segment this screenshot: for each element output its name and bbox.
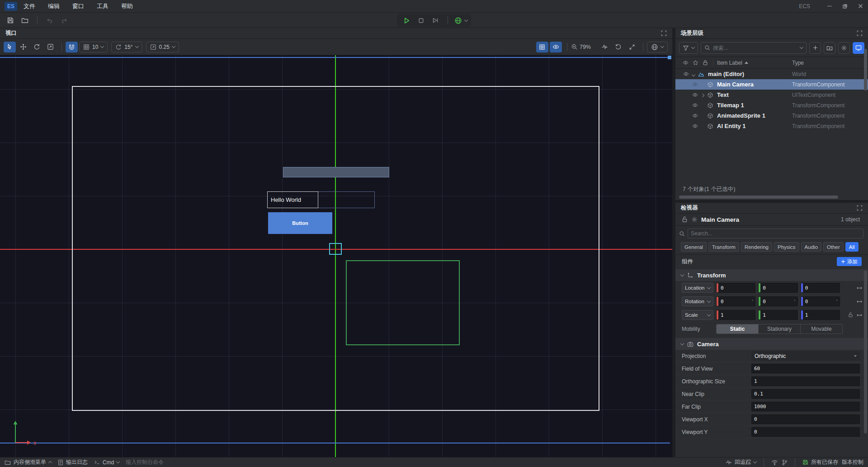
column-item-label[interactable]: Item Label <box>717 60 748 66</box>
maximize-button[interactable] <box>837 0 853 12</box>
redo-button[interactable] <box>58 15 70 26</box>
open-folder-button[interactable] <box>19 15 31 26</box>
console-command-input[interactable]: 输入控制台命令 <box>126 458 164 466</box>
tab-all[interactable]: All <box>845 242 859 252</box>
tab-transform[interactable]: Transform <box>708 242 739 252</box>
visibility-toggle-button[interactable] <box>550 42 562 52</box>
hierarchy-row-text[interactable]: Text UITextComponent <box>675 90 868 100</box>
hierarchy-row-world[interactable]: main (Editor) World <box>675 69 868 79</box>
text-widget[interactable]: Hello World <box>267 191 375 208</box>
hierarchy-expand-icon[interactable] <box>857 30 863 36</box>
scale-x-input[interactable] <box>718 312 755 318</box>
mobility-stationary-button[interactable]: Stationary <box>759 324 801 334</box>
scale-tool-button[interactable] <box>44 42 57 52</box>
snap-toggle-button[interactable] <box>66 42 78 52</box>
hierarchy-row-animatedsprite[interactable]: AnimatedSprite 1 TransformComponent <box>675 110 868 121</box>
collapse-icon[interactable] <box>692 73 695 76</box>
tab-other[interactable]: Other <box>823 242 844 252</box>
app-logo[interactable]: ES <box>5 2 17 11</box>
scale-y-input[interactable] <box>760 312 797 318</box>
menu-edit[interactable]: 编辑 <box>42 0 66 12</box>
visibility-column-icon[interactable] <box>683 60 689 66</box>
location-label-dropdown[interactable]: Location <box>682 283 713 293</box>
search-history-chevron-icon[interactable] <box>800 45 803 49</box>
link-axes-icon[interactable] <box>856 300 863 304</box>
content-drawer-button[interactable]: 内容侧滑菜单 <box>5 458 52 466</box>
camera-bounds-handle[interactable] <box>668 56 671 59</box>
save-button[interactable] <box>5 15 16 26</box>
menu-help[interactable]: 帮助 <box>115 0 139 12</box>
menu-file[interactable]: 文件 <box>17 0 42 12</box>
reset-view-button[interactable] <box>612 42 624 52</box>
grid-snap-dropdown[interactable]: 10 <box>79 42 108 52</box>
menu-window[interactable]: 窗口 <box>66 0 90 12</box>
zoom-icon[interactable] <box>571 43 578 50</box>
step-frame-button[interactable] <box>429 15 441 26</box>
source-control-branch-icon[interactable] <box>782 459 788 466</box>
visibility-icon[interactable] <box>691 81 699 87</box>
hierarchy-row-ai-entity[interactable]: AI Entity 1 TransformComponent <box>675 121 868 131</box>
save-status[interactable]: 所有已保存 <box>802 458 838 466</box>
mobility-static-button[interactable]: Static <box>717 324 759 334</box>
button-widget[interactable]: Button <box>268 212 332 234</box>
link-axes-icon[interactable] <box>856 313 863 317</box>
field-of-view-input[interactable] <box>752 366 859 372</box>
lock-column-icon[interactable] <box>703 60 708 66</box>
menu-tools[interactable]: 工具 <box>90 0 115 12</box>
viewport-expand-icon[interactable] <box>661 30 667 36</box>
scale-label-dropdown[interactable]: Scale <box>682 310 713 320</box>
gear-icon[interactable] <box>691 216 698 223</box>
grid-toggle-button[interactable] <box>536 42 548 52</box>
scale-snap-dropdown[interactable]: 0.25 <box>146 42 179 52</box>
add-component-button[interactable]: 添加 <box>837 257 862 266</box>
move-tool-button[interactable] <box>17 42 29 52</box>
trace-button[interactable]: 回追踪 <box>726 458 756 466</box>
rotation-z-input[interactable] <box>803 299 836 305</box>
undo-button[interactable] <box>44 15 56 26</box>
near-clip-input[interactable] <box>752 391 859 397</box>
visibility-icon[interactable] <box>691 113 699 119</box>
hierarchy-horizontal-scrollbar[interactable] <box>679 195 838 199</box>
launch-options-chevron-icon[interactable] <box>464 18 468 21</box>
selection-handle[interactable] <box>329 243 342 255</box>
filter-button[interactable] <box>679 42 698 54</box>
add-entity-button[interactable] <box>809 42 821 54</box>
transform-section-header[interactable]: Transform <box>675 269 868 281</box>
output-log-button[interactable]: 输出日志 <box>58 458 88 466</box>
hierarchy-row-main-camera[interactable]: Main Camera TransformComponent <box>675 79 868 90</box>
network-icon[interactable] <box>771 460 778 465</box>
stats-button[interactable] <box>599 42 611 52</box>
panel-splitter[interactable] <box>672 28 675 457</box>
tab-audio[interactable]: Audio <box>801 242 821 252</box>
hierarchy-row-tilemap[interactable]: Tilemap 1 TransformComponent <box>675 100 868 110</box>
inspector-expand-icon[interactable] <box>857 205 863 211</box>
hierarchy-search[interactable] <box>701 42 807 54</box>
cmd-selector[interactable]: Cmd <box>94 459 119 466</box>
far-clip-input[interactable] <box>752 404 859 410</box>
location-z-input[interactable] <box>803 285 840 291</box>
rotate-tool-button[interactable] <box>31 42 43 52</box>
rotation-x-input[interactable] <box>718 299 752 305</box>
favorite-column-icon[interactable] <box>693 60 698 66</box>
select-tool-button[interactable] <box>4 42 16 52</box>
minimize-button[interactable] <box>822 0 837 12</box>
visibility-icon[interactable] <box>691 92 699 98</box>
version-control-button[interactable]: 版本控制 <box>842 458 863 466</box>
new-folder-button[interactable] <box>824 42 835 54</box>
hierarchy-search-input[interactable] <box>713 45 797 51</box>
viewport-y-input[interactable] <box>752 429 859 435</box>
projection-dropdown[interactable]: Orthographic <box>751 351 860 361</box>
location-y-input[interactable] <box>760 285 797 291</box>
rotate-snap-dropdown[interactable]: 15° <box>111 42 142 52</box>
camera-section-header[interactable]: Camera <box>675 338 868 350</box>
world-dropdown[interactable] <box>647 42 668 52</box>
mobility-movable-button[interactable]: Movable <box>801 324 842 334</box>
expand-icon[interactable] <box>701 94 704 97</box>
link-axes-icon[interactable] <box>856 286 863 290</box>
lock-open-icon[interactable] <box>682 216 688 223</box>
orthographic-size-input[interactable] <box>752 378 859 384</box>
tab-general[interactable]: General <box>681 242 707 252</box>
stop-button[interactable] <box>415 15 427 26</box>
viewport-x-input[interactable] <box>752 416 859 422</box>
uniform-scale-lock-icon[interactable] <box>848 312 853 318</box>
